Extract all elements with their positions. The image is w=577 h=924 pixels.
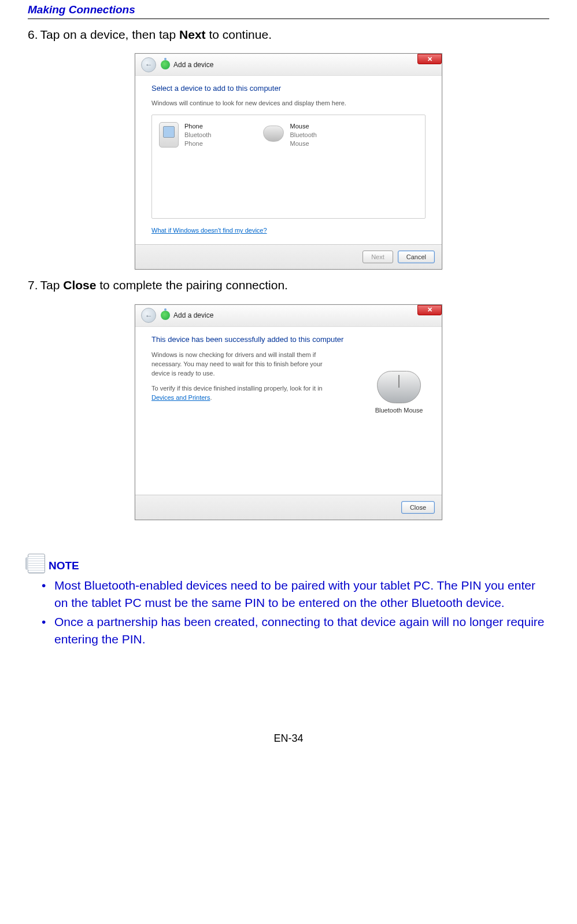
note-icon bbox=[28, 554, 45, 573]
page-header: Making Connections bbox=[28, 0, 549, 19]
close-icon[interactable]: ✕ bbox=[417, 305, 442, 315]
device-line3: Mouse bbox=[290, 139, 316, 148]
step-7-text: Tap Close to complete the pairing connec… bbox=[40, 277, 288, 293]
help-link[interactable]: What if Windows doesn't find my device? bbox=[151, 227, 267, 234]
phone-icon bbox=[159, 122, 179, 148]
step-7-after: to complete the pairing connection. bbox=[96, 278, 288, 292]
dialog-heading: This device has been successfully added … bbox=[151, 335, 426, 344]
page-number: EN-34 bbox=[28, 732, 549, 762]
note-item: Most Bluetooth-enabled devices need to b… bbox=[42, 577, 549, 612]
dialog-body: This device has been successfully added … bbox=[135, 327, 442, 495]
step-7: 7. Tap Close to complete the pairing con… bbox=[28, 277, 549, 293]
step-6-number: 6. bbox=[28, 26, 38, 43]
success-p2: To verify if this device finished instal… bbox=[151, 384, 336, 403]
device-list: Phone Bluetooth Phone Mouse Bluetooth Mo… bbox=[151, 115, 426, 219]
dialog-heading: Select a device to add to this computer bbox=[151, 84, 426, 93]
devices-printers-link[interactable]: Devices and Printers bbox=[151, 394, 210, 401]
device-name: Mouse bbox=[290, 122, 316, 131]
back-button[interactable]: ← bbox=[141, 308, 156, 323]
device-line3: Phone bbox=[184, 139, 211, 148]
add-device-icon bbox=[161, 311, 170, 320]
device-preview: Bluetooth Mouse bbox=[372, 371, 426, 414]
dialog-subtext: Windows will continue to look for new de… bbox=[151, 100, 426, 106]
dialog-titlebar: ← Add a device ✕ bbox=[135, 54, 442, 76]
device-name: Phone bbox=[184, 122, 211, 131]
device-labels: Phone Bluetooth Phone bbox=[184, 122, 211, 211]
add-device-dialog-success: ← Add a device ✕ This device has been su… bbox=[135, 304, 442, 520]
dialog-title: Add a device bbox=[173, 311, 213, 319]
dialog-title: Add a device bbox=[173, 61, 213, 69]
note-list: Most Bluetooth-enabled devices need to b… bbox=[28, 577, 549, 648]
note-section: NOTE Most Bluetooth-enabled devices need… bbox=[28, 554, 549, 648]
step-7-bold: Close bbox=[63, 278, 96, 292]
step-7-number: 7. bbox=[28, 277, 38, 293]
dialog-titlebar: ← Add a device ✕ bbox=[135, 305, 442, 327]
device-line2: Bluetooth bbox=[290, 131, 316, 139]
add-device-dialog-select: ← Add a device ✕ Select a device to add … bbox=[135, 53, 442, 270]
mouse-icon bbox=[263, 126, 284, 142]
close-icon[interactable]: ✕ bbox=[417, 54, 442, 64]
step-6-bold: Next bbox=[179, 28, 206, 41]
dialog-body: Select a device to add to this computer … bbox=[135, 76, 442, 244]
step-6-text: Tap on a device, then tap Next to contin… bbox=[40, 26, 272, 43]
device-line2: Bluetooth bbox=[184, 131, 211, 139]
device-labels: Mouse Bluetooth Mouse bbox=[290, 122, 316, 211]
note-item: Once a partnership has been created, con… bbox=[42, 613, 549, 648]
cancel-button[interactable]: Cancel bbox=[398, 251, 435, 263]
step-6: 6. Tap on a device, then tap Next to con… bbox=[28, 26, 549, 43]
step-7-before: Tap bbox=[40, 278, 64, 292]
success-p1: Windows is now checking for drivers and … bbox=[151, 351, 331, 378]
note-label: NOTE bbox=[49, 559, 79, 573]
step-6-before: Tap on a device, then tap bbox=[40, 28, 180, 41]
step-6-after: to continue. bbox=[206, 28, 272, 41]
device-item-phone[interactable]: Phone Bluetooth Phone bbox=[159, 122, 211, 211]
add-device-icon bbox=[161, 60, 170, 69]
next-button[interactable]: Next bbox=[363, 251, 393, 263]
device-caption: Bluetooth Mouse bbox=[372, 407, 426, 414]
dialog-footer: Close bbox=[135, 495, 442, 520]
dialog-footer: Next Cancel bbox=[135, 244, 442, 269]
back-button[interactable]: ← bbox=[141, 57, 156, 72]
device-item-mouse[interactable]: Mouse Bluetooth Mouse bbox=[263, 122, 316, 211]
success-p2b: . bbox=[210, 394, 212, 401]
success-p2a: To verify if this device finished instal… bbox=[151, 385, 323, 392]
mouse-large-icon bbox=[377, 371, 421, 403]
close-button[interactable]: Close bbox=[401, 501, 435, 514]
note-header: NOTE bbox=[28, 554, 549, 573]
